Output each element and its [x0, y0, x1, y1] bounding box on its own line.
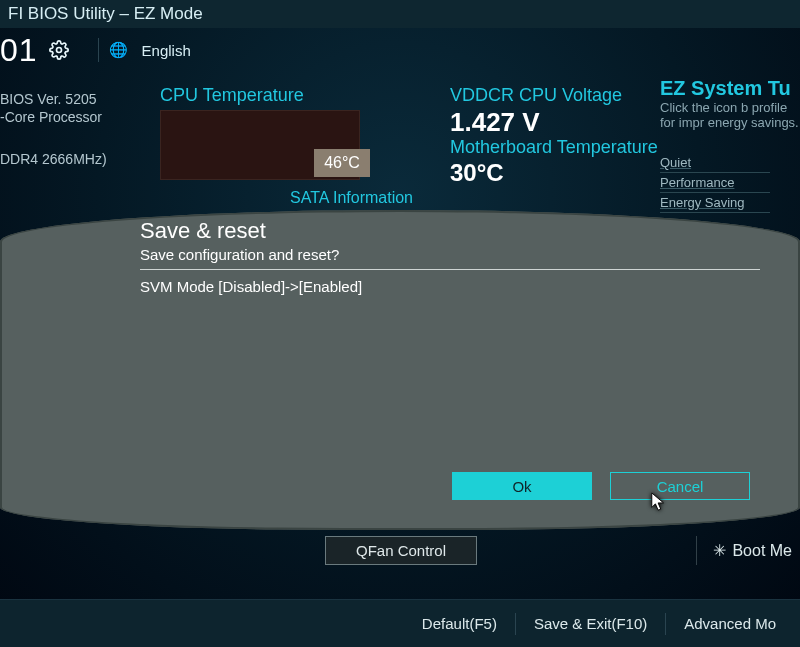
gear-icon[interactable]	[48, 39, 70, 61]
bios-version: BIOS Ver. 5205	[0, 91, 97, 107]
save-exit-button[interactable]: Save & Exit(F10)	[515, 613, 665, 635]
qfan-control-button[interactable]: QFan Control	[325, 536, 477, 565]
dialog-title: Save & reset	[140, 218, 760, 244]
cpu-temp-value: 46°C	[314, 149, 370, 177]
ez-profile-energy-saving[interactable]: Energy Saving	[660, 193, 770, 213]
cpu-temp-label: CPU Temperature	[160, 85, 304, 106]
ez-profile-quiet[interactable]: Quiet	[660, 153, 770, 173]
footer-bar: Default(F5) Save & Exit(F10) Advanced Mo	[0, 599, 800, 647]
vddcr-label: VDDCR CPU Voltage	[450, 85, 622, 106]
mb-temp-value: 30°C	[450, 159, 504, 187]
clock-value: 01	[0, 32, 38, 69]
boot-menu-button[interactable]: ✳ Boot Me	[696, 536, 800, 565]
language-selector[interactable]: English	[138, 42, 191, 59]
sata-info-label: SATA Information	[290, 189, 413, 207]
default-button[interactable]: Default(F5)	[404, 613, 515, 635]
cancel-button[interactable]: Cancel	[610, 472, 750, 500]
ez-tuning-title: EZ System Tu	[660, 77, 791, 100]
ok-button[interactable]: Ok	[452, 472, 592, 500]
mb-temp-label: Motherboard Temperature	[450, 137, 658, 158]
header-row: 01 🌐 English	[0, 28, 191, 72]
save-reset-dialog: Save & reset Save configuration and rese…	[0, 210, 800, 530]
dialog-subtitle: Save configuration and reset?	[140, 246, 760, 270]
globe-icon: 🌐	[109, 41, 128, 59]
boot-menu-label: Boot Me	[732, 542, 792, 560]
vddcr-value: 1.427 V	[450, 107, 540, 138]
ez-profile-list: Quiet Performance Energy Saving	[660, 153, 770, 213]
app-title: FI BIOS Utility – EZ Mode	[8, 4, 203, 24]
advanced-mode-button[interactable]: Advanced Mo	[665, 613, 794, 635]
window-title-bar: FI BIOS Utility – EZ Mode	[0, 0, 800, 28]
ez-profile-performance[interactable]: Performance	[660, 173, 770, 193]
svg-point-0	[56, 48, 61, 53]
dialog-change-line: SVM Mode [Disabled]->[Enabled]	[140, 278, 760, 295]
asterisk-icon: ✳	[713, 541, 726, 560]
processor-name: -Core Processor	[0, 109, 102, 125]
ez-tuning-desc: Click the icon b profile for impr energy…	[660, 101, 800, 131]
memory-info: DDR4 2666MHz)	[0, 151, 107, 167]
